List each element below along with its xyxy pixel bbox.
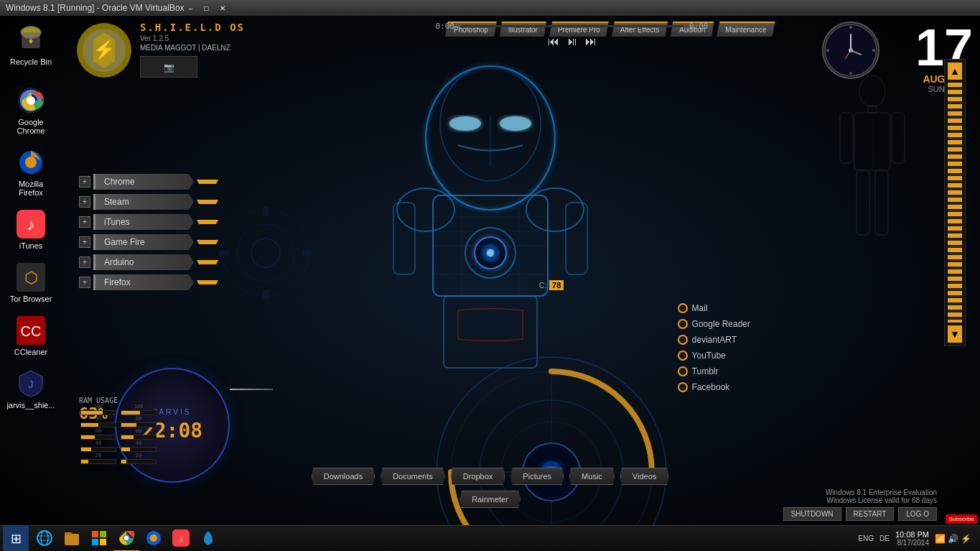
tray-network: 📶 bbox=[935, 534, 946, 544]
play-pause-button[interactable]: ⏯ bbox=[566, 35, 578, 48]
next-button[interactable]: ⏭ bbox=[585, 35, 597, 48]
itunes-bar[interactable]: iTunes bbox=[93, 214, 194, 230]
shortcut-arduino[interactable]: + Arduino bbox=[79, 254, 223, 270]
steam-bar[interactable]: Steam bbox=[93, 194, 194, 210]
shortcut-gamefire[interactable]: + Game Fire bbox=[79, 234, 223, 250]
chest-arc-hud bbox=[426, 346, 555, 476]
taskbar-chrome[interactable] bbox=[113, 526, 139, 552]
taskbar-itunes[interactable]: ♪ bbox=[168, 526, 194, 552]
quicklink-youtube-label: YouTube bbox=[692, 351, 726, 361]
taskbar-time: 10:08 PM bbox=[895, 530, 929, 539]
taskbar-date: 8/17/2014 bbox=[895, 539, 929, 547]
google-chrome-icon[interactable]: Google Chrome bbox=[6, 83, 56, 138]
jarvis-label: JARVIS bbox=[154, 408, 192, 416]
vbar-down-button[interactable]: ▼ bbox=[948, 325, 962, 343]
ccleaner-icon[interactable]: CC CCleaner bbox=[6, 313, 56, 359]
folder-videos[interactable]: Videos bbox=[620, 468, 668, 485]
itunes-plus[interactable]: + bbox=[79, 216, 90, 228]
close-button[interactable]: ✕ bbox=[216, 3, 229, 13]
media-controls: ⏮ ⏯ ⏭ bbox=[436, 35, 709, 48]
tab-maintenance[interactable]: Maintenance bbox=[717, 22, 775, 37]
svg-point-95 bbox=[124, 536, 129, 540]
svg-rect-89 bbox=[92, 531, 98, 537]
quicklink-facebook-label: Facebook bbox=[692, 382, 730, 392]
tray-icons: 📶 🔊 ⚡ bbox=[935, 534, 971, 544]
media-progress: 0:00 0:00 bbox=[436, 22, 709, 31]
quicklink-mail[interactable]: Mail bbox=[678, 303, 750, 313]
quicklink-googlereader-label: Google Reader bbox=[692, 319, 750, 329]
titlebar-title: Windows 8.1 [Running] - Oracle VM Virtua… bbox=[6, 3, 185, 13]
taskbar-store[interactable] bbox=[86, 526, 112, 552]
arduino-bar[interactable]: Arduino bbox=[93, 254, 194, 270]
folder-rainmeter[interactable]: Rainmeter bbox=[459, 491, 521, 508]
firefox-bar[interactable]: Firefox bbox=[93, 274, 194, 290]
vbar-up-button[interactable]: ▲ bbox=[948, 62, 962, 80]
jarvis-shield-icon[interactable]: J jarvis__shie... bbox=[6, 366, 56, 412]
shortcut-steam[interactable]: + Steam bbox=[79, 194, 223, 210]
quicklink-facebook[interactable]: Facebook bbox=[678, 382, 750, 392]
analog-clock bbox=[822, 22, 879, 79]
svg-point-97 bbox=[150, 534, 157, 542]
quicklink-youtube[interactable]: YouTube bbox=[678, 351, 750, 361]
shortcut-chrome[interactable]: + Chrome bbox=[79, 174, 223, 190]
vertical-scrollbar: ▲ ▼ bbox=[944, 59, 966, 346]
folder-documents[interactable]: Documents bbox=[381, 468, 445, 485]
svg-text:⬡: ⬡ bbox=[24, 269, 38, 287]
folder-dropbox[interactable]: Dropbox bbox=[451, 468, 505, 485]
prev-button[interactable]: ⏮ bbox=[548, 35, 559, 48]
chrome-plus[interactable]: + bbox=[79, 176, 90, 187]
itunes-desktop-icon[interactable]: ♪ iTunes bbox=[6, 207, 56, 253]
media-progress-bar[interactable] bbox=[460, 25, 683, 27]
svg-point-44 bbox=[449, 116, 481, 131]
gamefire-plus[interactable]: + bbox=[79, 236, 90, 248]
firefox-icon[interactable]: Mozilla Firefox bbox=[6, 145, 56, 200]
svg-point-75 bbox=[859, 75, 885, 107]
cdrive-widget: C: 78 bbox=[539, 280, 564, 290]
folder-shortcuts: Downloads Documents Dropbox Pictures Mus… bbox=[311, 468, 670, 508]
folder-downloads[interactable]: Downloads bbox=[312, 468, 375, 485]
logoff-button[interactable]: LOG O bbox=[898, 507, 937, 521]
gamefire-bar[interactable]: Game Fire bbox=[93, 234, 194, 250]
shield-logo: ⚡ bbox=[75, 22, 133, 79]
shield-title: S.H.I.E.L.D OS bbox=[140, 22, 245, 33]
folder-music[interactable]: Music bbox=[569, 468, 615, 485]
start-button[interactable]: ⊞ bbox=[3, 526, 29, 552]
desktop: ♦ Recycle Bin Google Chrome bbox=[0, 16, 980, 551]
quicklink-facebook-icon bbox=[678, 382, 688, 392]
maximize-button[interactable]: □ bbox=[200, 3, 213, 13]
taskbar-firefox[interactable] bbox=[141, 526, 167, 552]
taskbar-app8[interactable] bbox=[195, 526, 221, 552]
subscribe-badge[interactable]: Subscribe bbox=[946, 514, 977, 524]
quicklink-googlereader-icon bbox=[678, 319, 688, 329]
taskbar-explorer[interactable] bbox=[59, 526, 85, 552]
desktop-icons: ♦ Recycle Bin Google Chrome bbox=[6, 23, 56, 412]
restart-button[interactable]: RESTART bbox=[846, 507, 895, 521]
quicklink-deviantart-icon bbox=[678, 335, 688, 345]
shutdown-button[interactable]: SHUTDOWN bbox=[783, 507, 841, 521]
svg-point-53 bbox=[487, 249, 494, 256]
cdrive-label: C: bbox=[539, 281, 547, 290]
arduino-plus[interactable]: + bbox=[79, 256, 90, 268]
quicklink-googlereader[interactable]: Google Reader bbox=[678, 319, 750, 329]
quicklink-tumblr[interactable]: Tumblr bbox=[678, 366, 750, 376]
firefox-plus[interactable]: + bbox=[79, 277, 90, 288]
taskbar: ⊞ bbox=[0, 525, 980, 551]
recycle-bin-icon[interactable]: ♦ Recycle Bin bbox=[6, 23, 56, 69]
cdrive-percent: 78 bbox=[549, 280, 564, 290]
chrome-bar[interactable]: Chrome bbox=[93, 174, 194, 190]
svg-text:J: J bbox=[29, 379, 34, 390]
taskbar-input: DE bbox=[879, 534, 890, 542]
shortcut-firefox[interactable]: + Firefox bbox=[79, 274, 223, 290]
quicklink-tumblr-label: Tumblr bbox=[692, 366, 719, 376]
svg-rect-81 bbox=[875, 170, 888, 235]
quicklink-deviantart[interactable]: deviantART bbox=[678, 335, 750, 345]
taskbar-ie[interactable] bbox=[32, 526, 57, 552]
minimize-button[interactable]: – bbox=[185, 3, 197, 13]
media-player: 0:00 0:00 ⏮ ⏯ ⏭ bbox=[436, 22, 709, 48]
steam-plus[interactable]: + bbox=[79, 196, 90, 208]
shortcut-itunes[interactable]: + iTunes bbox=[79, 214, 223, 230]
svg-point-26 bbox=[849, 48, 853, 52]
quicklink-youtube-icon bbox=[678, 351, 688, 361]
tor-browser-icon[interactable]: ⬡ Tor Browser bbox=[6, 260, 56, 306]
folder-pictures[interactable]: Pictures bbox=[510, 468, 564, 485]
